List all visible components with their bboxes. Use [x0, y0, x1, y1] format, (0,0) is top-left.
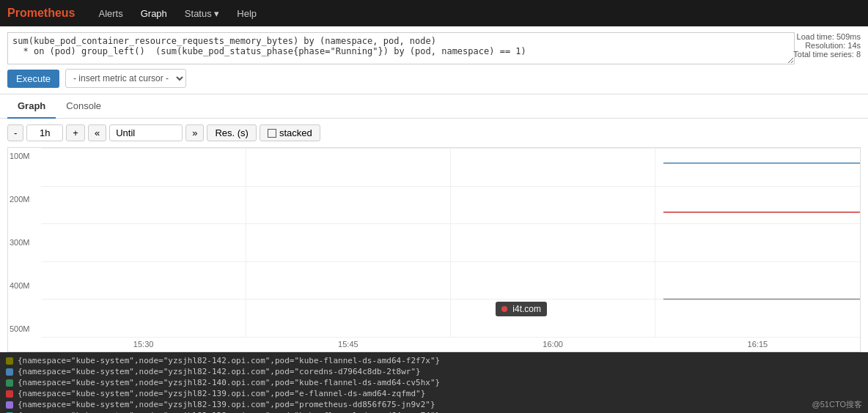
- chart-svg: [41, 148, 860, 337]
- navbar: Prometheus Alerts Graph Status ▾ Help: [0, 0, 868, 26]
- load-time: Load time: 509ms: [793, 32, 861, 41]
- tab-bar: Graph Console: [0, 94, 868, 119]
- total-time-series: Total time series: 8: [793, 50, 861, 59]
- legend-text-3: {namespace="kube-system",node="yzsjhl82-…: [18, 389, 425, 398]
- legend-color-2: [6, 379, 13, 387]
- query-section: sum(kube_pod_container_resource_requests…: [0, 26, 868, 94]
- x-label-1615: 16:15: [748, 340, 768, 349]
- nav-item-graph[interactable]: Graph: [132, 2, 176, 25]
- y-label-100m: 100M: [10, 152, 40, 160]
- stacked-icon: [268, 129, 276, 138]
- y-axis-labels: 500M 400M 300M 200M 100M: [8, 148, 41, 337]
- x-axis-labels: 15:30 15:45 16:00 16:15: [41, 337, 860, 351]
- watermark-tooltip: i4t.com: [496, 302, 547, 316]
- legend: {namespace="kube-system",node="yzsjhl82-…: [0, 352, 868, 413]
- tab-console[interactable]: Console: [56, 94, 111, 119]
- execute-button[interactable]: Execute: [7, 70, 59, 88]
- legend-text-2: {namespace="kube-system",node="yzsjhl82-…: [18, 378, 440, 387]
- list-item: {namespace="kube-system",node="yzsjhl82-…: [6, 388, 862, 399]
- zoom-out-button[interactable]: -: [7, 124, 23, 141]
- brand-logo: Prometheus: [7, 7, 75, 20]
- forward-button[interactable]: »: [185, 124, 204, 141]
- legend-text-0: {namespace="kube-system",node="yzsjhl82-…: [18, 356, 440, 365]
- watermark-label: i4t.com: [512, 304, 541, 314]
- nav-menu: Alerts Graph Status ▾ Help: [89, 2, 265, 25]
- query-controls: Execute - insert metric at cursor -: [7, 69, 861, 88]
- list-item: {namespace="kube-system",node="yzsjhl82-…: [6, 366, 862, 377]
- resolution-button[interactable]: Res. (s): [207, 124, 257, 141]
- nav-item-help[interactable]: Help: [228, 2, 265, 25]
- y-label-500m: 500M: [10, 324, 40, 333]
- list-item: {namespace="kube-system",node="yzsjhl82-…: [6, 410, 862, 413]
- legend-text-4: {namespace="kube-system",node="yzsjhl82-…: [18, 400, 435, 409]
- until-input[interactable]: [109, 124, 183, 141]
- x-label-1545: 15:45: [338, 340, 358, 349]
- nav-item-status[interactable]: Status ▾: [176, 2, 228, 25]
- legend-text-1: {namespace="kube-system",node="yzsjhl82-…: [18, 367, 421, 376]
- back-button[interactable]: «: [88, 124, 106, 141]
- chart-container: 500M 400M 300M 200M 100M: [7, 147, 861, 352]
- y-label-200m: 200M: [10, 195, 40, 204]
- watermark-dot: [501, 306, 507, 312]
- query-input[interactable]: sum(kube_pod_container_resource_requests…: [7, 32, 795, 64]
- graph-controls: - + « » Res. (s) stacked: [0, 119, 868, 147]
- load-info-panel: Load time: 509ms Resolution: 14s Total t…: [793, 32, 861, 59]
- y-label-300m: 300M: [10, 238, 40, 247]
- y-label-400m: 400M: [10, 281, 40, 290]
- footer-watermark: @51CTO搜客: [812, 399, 862, 410]
- list-item: {namespace="kube-system",node="yzsjhl82-…: [6, 355, 862, 366]
- chart-wrapper: 500M 400M 300M 200M 100M: [0, 147, 868, 352]
- legend-color-3: [6, 390, 13, 398]
- legend-color-4: [6, 401, 13, 409]
- legend-color-1: [6, 368, 13, 376]
- tab-graph[interactable]: Graph: [7, 94, 56, 119]
- resolution: Resolution: 14s: [793, 41, 861, 50]
- metric-select[interactable]: - insert metric at cursor -: [65, 69, 186, 88]
- time-range-input[interactable]: [26, 124, 63, 141]
- list-item: {namespace="kube-system",node="yzsjhl82-…: [6, 377, 862, 388]
- x-label-1600: 16:00: [542, 340, 563, 349]
- legend-color-0: [6, 357, 13, 365]
- nav-item-alerts[interactable]: Alerts: [89, 2, 131, 25]
- zoom-in-button[interactable]: +: [66, 124, 85, 141]
- list-item: {namespace="kube-system",node="yzsjhl82-…: [6, 399, 862, 410]
- chart-area: i4t.com: [41, 148, 860, 337]
- stacked-button[interactable]: stacked: [260, 124, 320, 141]
- x-label-1530: 15:30: [133, 340, 154, 349]
